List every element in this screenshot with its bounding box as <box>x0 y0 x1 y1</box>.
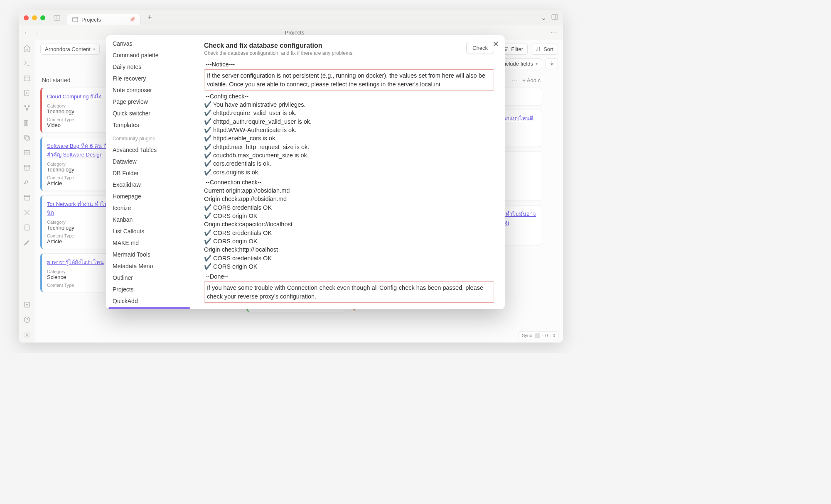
svg-rect-21 <box>24 165 30 170</box>
settings-nav-item[interactable]: Canvas <box>108 38 190 49</box>
maximize-window-button[interactable] <box>40 15 45 20</box>
nav-back[interactable]: ← <box>24 29 30 36</box>
settings-nav-item[interactable]: Templates <box>108 119 190 131</box>
settings-nav-item[interactable]: Self-hosted LiveSync <box>108 307 190 309</box>
settings-nav-item[interactable]: Outliner <box>108 272 190 284</box>
svg-rect-27 <box>25 302 30 307</box>
settings-nav-item[interactable]: Kanban <box>108 214 190 225</box>
nav-forward[interactable]: → <box>33 29 39 36</box>
view-title: Projects <box>44 29 546 36</box>
settings-nav-item[interactable]: Homepage <box>108 191 190 202</box>
tab-projects[interactable]: Projects 📌 <box>67 14 141 25</box>
gear-icon[interactable] <box>23 331 31 338</box>
pen-icon[interactable] <box>23 239 31 246</box>
svg-rect-6 <box>24 76 30 81</box>
settings-nav-item[interactable]: Quick switcher <box>108 108 190 119</box>
settings-nav-item[interactable]: Note composer <box>108 84 190 96</box>
sort-button[interactable]: Sort <box>531 44 558 55</box>
svg-rect-2 <box>73 17 78 22</box>
rail-bottom <box>23 301 31 338</box>
plus-file-icon[interactable] <box>23 89 31 97</box>
settings-nav-item[interactable]: Iconize <box>108 202 190 214</box>
layout-icon[interactable] <box>23 164 31 171</box>
chevron-down-icon: ▾ <box>536 61 538 66</box>
tab-label: Projects <box>81 17 101 23</box>
close-icon[interactable]: ✕ <box>493 39 499 49</box>
card-title[interactable]: Cloud Computing ยังไง <box>47 93 101 100</box>
tools-icon[interactable] <box>23 179 31 186</box>
chevron-down-icon[interactable]: ⌄ <box>541 14 546 22</box>
minimize-window-button[interactable] <box>32 15 37 20</box>
log-line: Origin check:app://obsidian.md <box>204 195 494 203</box>
archive-icon[interactable] <box>23 194 31 201</box>
column-menu[interactable]: ⋯ <box>511 77 517 83</box>
close-window-button[interactable] <box>24 15 29 20</box>
settings-nav-item[interactable]: MAKE.md <box>108 237 190 249</box>
svg-point-30 <box>26 334 28 336</box>
sync-status: Sync: ⬜ ↑ 0 ↓ 0 <box>522 333 555 338</box>
view-menu[interactable]: ⋯ <box>551 29 558 37</box>
calendar-icon[interactable] <box>23 74 31 82</box>
settings-sidebar: CanvasCommand paletteDaily notesFile rec… <box>106 35 193 309</box>
copy-icon[interactable] <box>23 134 31 142</box>
settings-nav-item[interactable]: QuickAdd <box>108 295 190 307</box>
sidebar-toggle-icon[interactable] <box>54 15 60 21</box>
help-icon[interactable] <box>23 316 31 323</box>
settings-nav-item[interactable]: Excalidraw <box>108 179 190 191</box>
log-line: ✔️ You have administrative privileges. <box>204 100 494 109</box>
view-settings-button[interactable] <box>546 58 558 69</box>
home-icon[interactable] <box>23 44 31 52</box>
settings-nav-item[interactable]: DB Folder <box>108 167 190 179</box>
log-line: ✔️ CORS origin OK <box>204 262 494 271</box>
settings-nav-item[interactable]: Dataview <box>108 156 190 167</box>
window-controls <box>24 15 45 20</box>
workspace-name: Arnondora Content <box>45 46 91 52</box>
label: Include fields <box>502 61 533 67</box>
log-line: ✔️ httpd.enable_cors is ok. <box>204 134 494 142</box>
layout-icon <box>72 17 78 22</box>
sort-icon <box>536 46 541 52</box>
svg-rect-25 <box>25 197 29 200</box>
pin-icon[interactable]: 📌 <box>129 17 135 22</box>
svg-rect-16 <box>26 137 30 140</box>
app-window: Projects 📌 + ⌄ ← → Projects ⋯ <box>19 10 563 343</box>
graph-icon[interactable] <box>23 104 31 112</box>
settings-nav-item[interactable]: File recovery <box>108 73 190 84</box>
check-button[interactable]: Check <box>466 42 494 54</box>
vault-icon[interactable] <box>23 301 31 308</box>
nav-arrows: ← → <box>24 29 39 36</box>
log-line: ✔️ chttpd.require_valid_user is ok. <box>204 109 494 117</box>
log-line: ✔️ chttpd.max_http_request_size is ok. <box>204 143 494 151</box>
settings-nav-item[interactable]: List Callouts <box>108 225 190 237</box>
confidentiality-header: Confidentiality <box>204 308 494 309</box>
titlebar-right: ⌄ <box>541 14 558 22</box>
svg-rect-4 <box>552 15 558 20</box>
settings-nav-item[interactable]: Command palette <box>108 49 190 61</box>
books-icon[interactable] <box>23 119 31 127</box>
settings-nav-item[interactable]: Metadata Menu <box>108 260 190 272</box>
log-line: ✔️ CORS origin OK <box>204 212 494 220</box>
settings-nav-item[interactable]: Projects <box>108 284 190 295</box>
svg-point-13 <box>26 109 27 110</box>
table-icon[interactable] <box>23 149 31 157</box>
settings-nav-item[interactable]: Advanced Tables <box>108 144 190 156</box>
settings-nav-item[interactable]: Mermaid Tools <box>108 249 190 260</box>
card-title[interactable]: ยาพารารู้ได้ยังไงว่า ไหน <box>47 259 104 265</box>
log-line: ✔️ CORS origin OK <box>204 237 494 245</box>
note-icon[interactable] <box>23 224 31 231</box>
setting-subtitle: Check the database configuration, and fi… <box>204 50 354 56</box>
svg-point-31 <box>551 63 553 65</box>
new-tab-button[interactable]: + <box>148 13 152 22</box>
titlebar: Projects 📌 + ⌄ <box>19 10 563 25</box>
panel-toggle-icon[interactable] <box>551 14 558 22</box>
settings-nav-item[interactable]: Page preview <box>108 96 190 108</box>
log-line: ✔️ couchdb.max_document_size is ok. <box>204 151 494 159</box>
settings-content: ✕ Check and fix database configuration C… <box>193 35 505 309</box>
toolbar-right-2: Include fields ▾ <box>497 58 558 69</box>
add-column-button[interactable]: + Add c <box>522 77 541 83</box>
swords-icon[interactable] <box>23 209 31 216</box>
workspace-selector[interactable]: Arnondora Content ▾ <box>40 44 100 55</box>
settings-nav-item[interactable]: Daily notes <box>108 61 190 73</box>
connection-check-header: --Connection check-- <box>204 178 494 186</box>
terminal-icon[interactable] <box>23 59 31 67</box>
